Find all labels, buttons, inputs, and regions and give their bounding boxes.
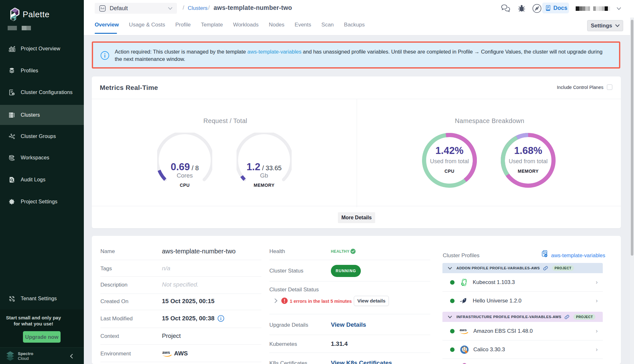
svg-text:aws: aws — [460, 328, 467, 332]
svg-text:aws: aws — [162, 350, 170, 355]
